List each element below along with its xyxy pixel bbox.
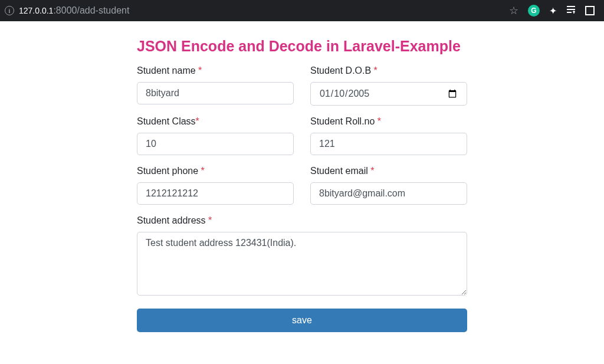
required-asterisk: *	[378, 116, 381, 126]
form-row: Student address *	[137, 215, 467, 298]
tab-overview-icon[interactable]	[585, 6, 595, 15]
reading-list-icon[interactable]	[566, 5, 576, 17]
dob-input[interactable]	[310, 82, 467, 106]
address-textarea[interactable]	[137, 232, 467, 296]
phone-input[interactable]	[137, 182, 294, 205]
required-asterisk: *	[374, 65, 378, 76]
bookmark-star-icon[interactable]: ☆	[509, 4, 518, 17]
class-label: Student Class*	[137, 116, 294, 127]
grammarly-icon[interactable]: G	[528, 5, 540, 17]
svg-rect-0	[567, 6, 575, 7]
page-title: JSON Encode and Decode in Laravel-Exampl…	[137, 38, 467, 55]
url-path: /add-student	[77, 5, 129, 15]
rollno-input[interactable]	[310, 133, 467, 155]
name-label: Student name *	[137, 65, 294, 76]
browser-address-bar: i 127.0.0.1:8000/add-student ☆ G ✦	[0, 0, 604, 21]
url-host: 127.0.0.1	[19, 6, 53, 15]
email-label: Student email *	[310, 166, 467, 176]
phone-label: Student phone *	[137, 166, 294, 176]
form-group-rollno: Student Roll.no *	[310, 116, 467, 155]
form-group-address: Student address *	[137, 215, 467, 298]
form-container: JSON Encode and Decode in Laravel-Exampl…	[137, 38, 467, 332]
dob-label: Student D.O.B *	[310, 65, 467, 76]
form-group-class: Student Class*	[137, 116, 294, 155]
name-input[interactable]	[137, 82, 294, 104]
address-label: Student address *	[137, 215, 467, 226]
extensions-icon[interactable]: ✦	[549, 5, 557, 17]
page-content: JSON Encode and Decode in Laravel-Exampl…	[0, 21, 604, 349]
svg-rect-2	[567, 12, 572, 13]
info-icon[interactable]: i	[5, 6, 14, 15]
email-input[interactable]	[310, 182, 467, 205]
form-group-name: Student name *	[137, 65, 294, 106]
form-row: Student Class* Student Roll.no *	[137, 116, 467, 155]
form-group-phone: Student phone *	[137, 166, 294, 205]
form-row: Student phone * Student email *	[137, 166, 467, 205]
rollno-label: Student Roll.no *	[310, 116, 467, 127]
save-button[interactable]: save	[137, 309, 467, 332]
required-asterisk: *	[370, 166, 374, 176]
required-asterisk: *	[196, 116, 199, 126]
required-asterisk: *	[201, 166, 205, 176]
form-group-email: Student email *	[310, 166, 467, 205]
required-asterisk: *	[208, 215, 212, 225]
url-text[interactable]: 127.0.0.1:8000/add-student	[19, 5, 129, 16]
required-asterisk: *	[198, 65, 202, 76]
form-row: Student name * Student D.O.B *	[137, 65, 467, 106]
url-port: :8000	[53, 5, 77, 15]
class-input[interactable]	[137, 133, 294, 155]
form-group-dob: Student D.O.B *	[310, 65, 467, 106]
browser-actions: ☆ G ✦	[509, 4, 599, 17]
svg-rect-1	[567, 9, 575, 10]
url-section: i 127.0.0.1:8000/add-student	[5, 5, 504, 16]
